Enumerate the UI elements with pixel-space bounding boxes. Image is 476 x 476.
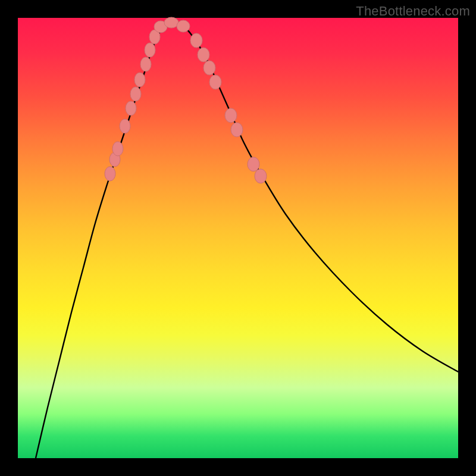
watermark-text: TheBottleneck.com <box>356 4 470 19</box>
data-marker <box>255 169 267 183</box>
markers-group <box>105 17 267 183</box>
data-marker <box>231 123 243 137</box>
data-marker <box>164 17 178 28</box>
data-marker <box>140 57 151 71</box>
plot-area <box>18 18 458 458</box>
data-marker <box>177 20 190 32</box>
data-marker <box>203 61 215 75</box>
data-marker <box>190 33 202 48</box>
curve-svg <box>18 18 458 458</box>
data-marker <box>209 75 221 89</box>
data-marker <box>105 167 115 181</box>
data-marker <box>225 108 237 123</box>
data-marker <box>248 157 259 171</box>
data-marker <box>145 43 155 57</box>
data-marker <box>126 101 136 115</box>
chart-frame: TheBottleneck.com <box>0 0 476 476</box>
data-marker <box>130 87 141 101</box>
data-marker <box>198 48 209 62</box>
data-marker <box>120 119 130 133</box>
bottleneck-curve <box>36 22 458 458</box>
data-marker <box>112 142 123 156</box>
data-marker <box>134 73 145 87</box>
